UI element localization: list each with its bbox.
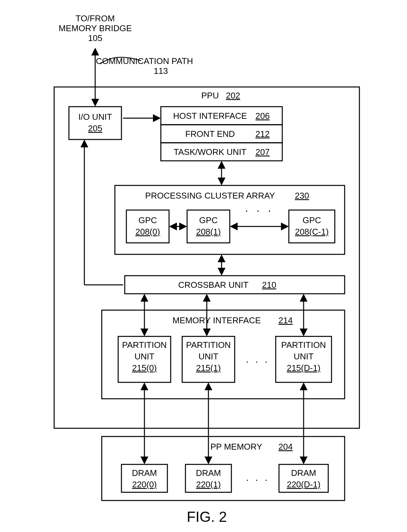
top-text-line2: MEMORY BRIDGE xyxy=(59,23,132,33)
gpcC-box xyxy=(289,210,335,243)
gpc0-label: GPC xyxy=(139,215,157,225)
figure-label: FIG. 2 xyxy=(187,509,227,525)
pu0-label1: PARTITION xyxy=(122,340,167,350)
gpc0-box xyxy=(126,210,169,243)
gpc1-label: GPC xyxy=(199,215,218,225)
dramD-label: DRAM xyxy=(291,468,316,478)
pu1-label2: UNIT xyxy=(199,351,219,361)
io-unit-label: I/O UNIT xyxy=(78,112,112,122)
dram0-id: 220(0) xyxy=(132,479,157,489)
gpcC-label: GPC xyxy=(303,215,321,225)
architecture-diagram: TO/FROM MEMORY BRIDGE 105 COMMUNICATION … xyxy=(0,0,407,532)
task-work-unit-label: TASK/WORK UNIT xyxy=(174,147,246,157)
comm-path-label-1: COMMUNICATION PATH xyxy=(96,56,193,66)
io-unit-id: 205 xyxy=(88,123,102,133)
dram1-id: 220(1) xyxy=(196,479,221,489)
dram1-label: DRAM xyxy=(196,468,221,478)
gpc1-id: 208(1) xyxy=(196,227,221,237)
pu-dots: . . . xyxy=(246,354,269,365)
mem-if-id: 214 xyxy=(278,315,292,325)
dramD-id: 220(D-1) xyxy=(287,479,321,489)
puD-label1: PARTITION xyxy=(281,340,326,350)
pu1-label1: PARTITION xyxy=(186,340,231,350)
front-end-label: FRONT END xyxy=(185,129,235,139)
top-text-line1: TO/FROM xyxy=(75,13,115,23)
pp-memory-label: PP MEMORY xyxy=(210,442,262,452)
gpc1-box xyxy=(187,210,230,243)
pu0-label2: UNIT xyxy=(135,351,155,361)
front-end-id: 212 xyxy=(255,129,269,139)
host-interface-label: HOST INTERFACE xyxy=(173,111,247,121)
crossbar-label: CROSSBAR UNIT xyxy=(178,280,248,290)
comm-path-label-2: 113 xyxy=(154,66,168,76)
pp-memory-id: 204 xyxy=(278,442,292,452)
io-unit-box xyxy=(69,107,121,139)
puD-id: 215(D-1) xyxy=(287,363,321,373)
pu1-id: 215(1) xyxy=(196,363,221,373)
ppu-id: 202 xyxy=(226,91,240,100)
crossbar-id: 210 xyxy=(262,280,276,290)
host-interface-id: 206 xyxy=(255,111,269,121)
mem-if-label: MEMORY INTERFACE xyxy=(172,315,261,325)
dram-dots: . . . xyxy=(246,472,269,483)
pca-id: 230 xyxy=(295,191,309,201)
task-work-unit-id: 207 xyxy=(255,147,269,157)
ppu-label: PPU xyxy=(201,91,219,100)
puD-label2: UNIT xyxy=(294,351,314,361)
gpc0-id: 208(0) xyxy=(135,227,160,237)
pu0-id: 215(0) xyxy=(132,363,157,373)
top-text-line3: 105 xyxy=(88,33,102,43)
gpc-dots: . . . xyxy=(245,202,273,214)
gpcC-id: 208(C-1) xyxy=(295,227,329,237)
dram0-label: DRAM xyxy=(132,468,157,478)
pca-label: PROCESSING CLUSTER ARRAY xyxy=(145,191,275,201)
